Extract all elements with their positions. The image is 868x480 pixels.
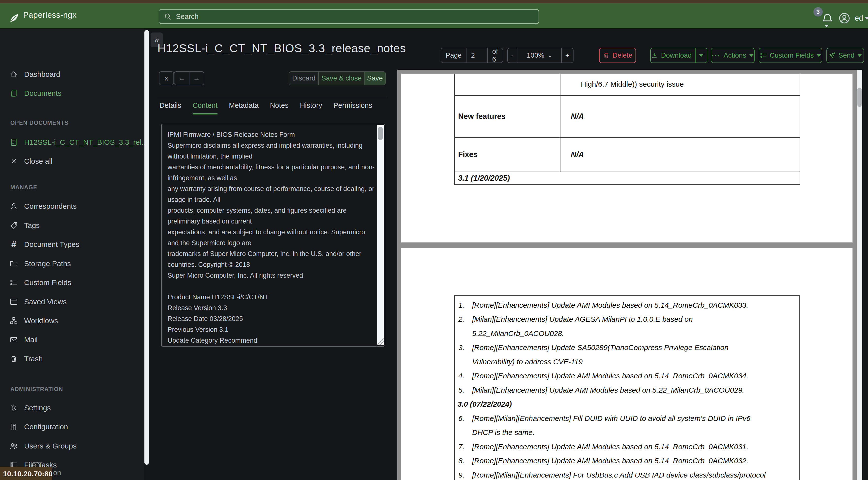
list-line: 3.[Rome][Enhancements] Update SA50289(Ti… — [455, 341, 799, 355]
caret-down-icon — [749, 54, 753, 57]
tabs-separator — [157, 98, 386, 98]
partial-sidebar-label: on — [53, 469, 61, 477]
back-button[interactable]: ← — [175, 72, 189, 85]
boxes-icon — [10, 317, 18, 325]
sidebar-item-document-types[interactable]: # Document Types — [10, 239, 80, 250]
bell-icon — [822, 13, 833, 24]
close-document-button[interactable]: x — [159, 71, 174, 85]
table-line — [560, 73, 560, 172]
sidebar-item-users-groups[interactable]: Users & Groups — [10, 440, 76, 452]
search-input[interactable] — [176, 12, 538, 21]
section-manage: MANAGE — [10, 184, 37, 191]
zoom-level-select[interactable]: 100% ⌄ — [517, 48, 561, 62]
tab-content[interactable]: Content — [193, 101, 218, 115]
sliders-icon — [10, 423, 18, 431]
tab-history[interactable]: History — [300, 101, 322, 115]
zoom-in-button[interactable]: + — [561, 48, 573, 62]
sidebar-item-mail[interactable]: Mail — [10, 334, 38, 346]
folder-icon — [10, 260, 18, 268]
pdf-release-notes-list: 1.[Rome][Enhancements] Update AMI Module… — [454, 295, 800, 480]
sidebar-item-storage-paths[interactable]: Storage Paths — [10, 258, 71, 269]
sidebar-item-settings[interactable]: Settings — [10, 402, 51, 414]
tab-metadata[interactable]: Metadata — [229, 101, 258, 115]
download-icon — [651, 52, 658, 59]
download-dropdown-toggle[interactable] — [695, 48, 707, 62]
table-line — [454, 95, 800, 96]
sidebar-item-workflows[interactable]: Workflows — [10, 315, 58, 326]
avatar-icon[interactable] — [838, 12, 850, 24]
caret-down-icon — [699, 54, 704, 57]
content-textarea[interactable]: IPMI Firmware / BIOS Release Notes Form … — [161, 124, 385, 347]
page-pagination-group: Page of 6 — [441, 48, 503, 63]
sidebar-item-dashboard[interactable]: Dashboard — [10, 69, 60, 80]
table-cell-text: High/6.7 Middle)) security issue — [573, 76, 691, 93]
chevron-down-icon: ⌄ — [548, 53, 552, 58]
username[interactable]: ed — [855, 14, 863, 23]
zoom-out-button[interactable]: - — [508, 48, 517, 62]
actions-label: Actions — [723, 52, 746, 59]
list-line: 2.[Milan][Enhancements] Update AGESA Mil… — [455, 312, 799, 327]
list-line: Vulnerability) to address CVE-119 — [455, 355, 799, 369]
sidebar-item-close-all[interactable]: Close all — [10, 156, 53, 167]
save-button[interactable]: Save — [365, 72, 385, 85]
sidebar-item-tags[interactable]: Tags — [10, 220, 40, 231]
discard-button[interactable]: Discard — [289, 72, 318, 85]
person-icon — [10, 202, 18, 210]
list-line: 5.[Milan][Enhancements] Update AMI Modul… — [455, 383, 799, 397]
sidebar-item-saved-views[interactable]: Saved Views — [10, 296, 67, 307]
search-box[interactable] — [159, 9, 539, 24]
tab-details[interactable]: Details — [159, 101, 181, 115]
send-button[interactable]: Send — [827, 48, 864, 63]
custom-fields-button[interactable]: Custom Fields — [759, 48, 822, 63]
sidebar-item-custom-fields[interactable]: Custom Fields — [10, 277, 71, 288]
paperless-logo-icon — [9, 12, 20, 23]
save-and-close-button[interactable]: Save & close — [318, 72, 365, 85]
trash-icon — [10, 355, 18, 363]
tab-permissions[interactable]: Permissions — [333, 101, 372, 115]
trash-icon — [603, 52, 610, 59]
envelope-icon — [10, 336, 18, 343]
window-icon — [10, 298, 18, 306]
send-icon — [829, 52, 836, 59]
sidebar: Dashboard Documents OPEN DOCUMENTS H12SS… — [0, 28, 144, 480]
forward-button[interactable]: → — [189, 72, 204, 85]
table-footer: 3.1 (1/20/2025) — [458, 172, 510, 185]
list-heading: 3.0 (07/22/2024) — [455, 397, 799, 412]
page-input-cell — [466, 48, 487, 62]
user-menu-caret-icon[interactable] — [865, 17, 868, 20]
sidebar-item-correspondents[interactable]: Correspondents — [10, 201, 76, 212]
list-line: DHCP is the same. — [455, 426, 799, 440]
list-line: 6.[Rome][Milan][Enhancements] Fill DUID … — [455, 411, 799, 426]
people-icon — [10, 442, 18, 450]
list-line: 4.[Rome][Enhancements] Update AMI Module… — [455, 369, 799, 383]
pdf-scrollbar-track[interactable] — [857, 70, 862, 480]
textarea-scrollbar-track[interactable] — [377, 125, 384, 345]
list-line: 9.[Rome][Milan][Enhancements] For UsbBus… — [455, 468, 799, 480]
sidebar-item-trash[interactable]: Trash — [10, 353, 43, 365]
sidebar-item-configuration[interactable]: Configuration — [10, 421, 68, 432]
tab-notes[interactable]: Notes — [270, 101, 288, 115]
page-number-input[interactable] — [470, 51, 483, 60]
content-editor-wrap: IPMI Firmware / BIOS Release Notes Form … — [161, 124, 385, 347]
bell-caret-icon — [825, 25, 829, 27]
textarea-scrollbar-thumb[interactable] — [378, 127, 383, 140]
files-icon — [10, 89, 18, 97]
actions-button[interactable]: ··· Actions — [711, 48, 754, 63]
list-line: 8.[Rome][Enhancements] Update AMI Module… — [455, 454, 799, 468]
table-line — [800, 73, 800, 185]
section-administration: ADMINISTRATION — [10, 386, 63, 393]
textarea-resize-handle[interactable] — [377, 338, 383, 345]
caret-down-icon — [858, 54, 862, 57]
sidebar-scrollbar[interactable] — [145, 30, 149, 465]
zoom-controls: - 100% ⌄ + — [507, 48, 574, 63]
download-button[interactable]: Download — [651, 48, 692, 62]
page-total: of 6 — [487, 48, 503, 62]
sidebar-item-open-document[interactable]: H12SSL-i_C_CT_NT_BIOS_3.3_rel... — [10, 137, 148, 148]
delete-button[interactable]: Delete — [599, 48, 636, 63]
hash-icon: # — [10, 240, 18, 248]
pdf-preview[interactable]: High/6.7 Middle)) security issue New fea… — [397, 70, 862, 480]
home-icon — [10, 70, 18, 78]
sidebar-item-documents[interactable]: Documents — [10, 88, 62, 99]
pdf-scrollbar-thumb[interactable] — [858, 88, 862, 107]
app-header: Paperless-ngx 3 ed — [0, 3, 868, 28]
